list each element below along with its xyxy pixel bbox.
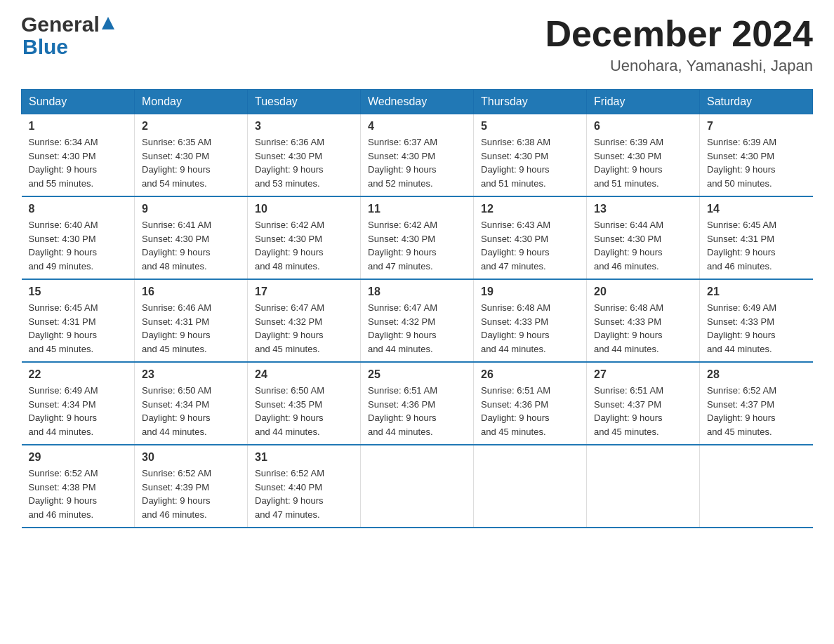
day-info: Sunrise: 6:51 AM Sunset: 4:36 PM Dayligh…	[368, 384, 466, 438]
day-info: Sunrise: 6:42 AM Sunset: 4:30 PM Dayligh…	[368, 218, 466, 273]
day-info: Sunrise: 6:39 AM Sunset: 4:30 PM Dayligh…	[707, 135, 806, 190]
location-subtitle: Uenohara, Yamanashi, Japan	[545, 57, 813, 75]
calendar-week-row: 29 Sunrise: 6:52 AM Sunset: 4:38 PM Dayl…	[22, 445, 813, 528]
day-number: 18	[368, 286, 466, 298]
calendar-cell: 12 Sunrise: 6:43 AM Sunset: 4:30 PM Dayl…	[474, 196, 587, 279]
day-info: Sunrise: 6:52 AM Sunset: 4:38 PM Dayligh…	[29, 467, 128, 521]
title-block: December 2024 Uenohara, Yamanashi, Japan	[545, 14, 813, 75]
calendar-cell: 3 Sunrise: 6:36 AM Sunset: 4:30 PM Dayli…	[248, 114, 361, 197]
day-number: 21	[707, 286, 806, 298]
day-number: 9	[142, 203, 240, 215]
day-info: Sunrise: 6:52 AM Sunset: 4:37 PM Dayligh…	[707, 384, 806, 438]
day-info: Sunrise: 6:41 AM Sunset: 4:30 PM Dayligh…	[142, 218, 240, 273]
day-info: Sunrise: 6:37 AM Sunset: 4:30 PM Dayligh…	[368, 135, 466, 190]
day-info: Sunrise: 6:42 AM Sunset: 4:30 PM Dayligh…	[255, 218, 353, 273]
calendar-cell	[474, 445, 587, 528]
day-number: 4	[368, 120, 466, 133]
calendar-cell: 5 Sunrise: 6:38 AM Sunset: 4:30 PM Dayli…	[474, 114, 587, 197]
day-number: 29	[29, 451, 128, 464]
calendar-cell: 9 Sunrise: 6:41 AM Sunset: 4:30 PM Dayli…	[135, 196, 248, 279]
calendar-week-row: 22 Sunrise: 6:49 AM Sunset: 4:34 PM Dayl…	[22, 362, 813, 445]
calendar-week-row: 1 Sunrise: 6:34 AM Sunset: 4:30 PM Dayli…	[22, 114, 813, 197]
header-monday: Monday	[135, 90, 248, 114]
calendar-cell: 2 Sunrise: 6:35 AM Sunset: 4:30 PM Dayli…	[135, 114, 248, 197]
day-info: Sunrise: 6:35 AM Sunset: 4:30 PM Dayligh…	[142, 135, 240, 190]
calendar-cell: 21 Sunrise: 6:49 AM Sunset: 4:33 PM Dayl…	[700, 279, 813, 362]
day-number: 1	[29, 120, 128, 133]
header-tuesday: Tuesday	[248, 90, 361, 114]
calendar-cell	[587, 445, 700, 528]
day-number: 3	[255, 120, 353, 133]
calendar-cell: 19 Sunrise: 6:48 AM Sunset: 4:33 PM Dayl…	[474, 279, 587, 362]
day-number: 26	[481, 368, 579, 381]
day-number: 16	[142, 286, 240, 298]
day-info: Sunrise: 6:46 AM Sunset: 4:31 PM Dayligh…	[142, 301, 240, 356]
calendar-cell: 4 Sunrise: 6:37 AM Sunset: 4:30 PM Dayli…	[361, 114, 474, 197]
calendar-cell	[361, 445, 474, 528]
day-number: 27	[594, 368, 692, 381]
day-info: Sunrise: 6:47 AM Sunset: 4:32 PM Dayligh…	[368, 301, 466, 356]
day-info: Sunrise: 6:34 AM Sunset: 4:30 PM Dayligh…	[29, 135, 128, 190]
calendar-cell: 11 Sunrise: 6:42 AM Sunset: 4:30 PM Dayl…	[361, 196, 474, 279]
day-number: 5	[481, 120, 579, 133]
logo-arrow-icon	[102, 17, 114, 32]
day-number: 10	[255, 203, 353, 215]
day-number: 8	[29, 203, 128, 215]
calendar-cell: 28 Sunrise: 6:52 AM Sunset: 4:37 PM Dayl…	[700, 362, 813, 445]
calendar-cell: 8 Sunrise: 6:40 AM Sunset: 4:30 PM Dayli…	[22, 196, 135, 279]
calendar-cell	[700, 445, 813, 528]
day-info: Sunrise: 6:48 AM Sunset: 4:33 PM Dayligh…	[481, 301, 579, 356]
day-info: Sunrise: 6:50 AM Sunset: 4:34 PM Dayligh…	[142, 384, 240, 438]
day-info: Sunrise: 6:45 AM Sunset: 4:31 PM Dayligh…	[707, 218, 806, 273]
calendar-cell: 7 Sunrise: 6:39 AM Sunset: 4:30 PM Dayli…	[700, 114, 813, 197]
day-number: 15	[29, 286, 128, 298]
calendar-cell: 6 Sunrise: 6:39 AM Sunset: 4:30 PM Dayli…	[587, 114, 700, 197]
calendar-cell: 23 Sunrise: 6:50 AM Sunset: 4:34 PM Dayl…	[135, 362, 248, 445]
day-number: 14	[707, 203, 806, 215]
calendar-cell: 1 Sunrise: 6:34 AM Sunset: 4:30 PM Dayli…	[22, 114, 135, 197]
day-number: 7	[707, 120, 806, 133]
calendar-header-row: SundayMondayTuesdayWednesdayThursdayFrid…	[22, 90, 813, 114]
page-title: December 2024	[545, 14, 813, 54]
day-info: Sunrise: 6:51 AM Sunset: 4:37 PM Dayligh…	[594, 384, 692, 438]
day-info: Sunrise: 6:45 AM Sunset: 4:31 PM Dayligh…	[29, 301, 128, 356]
day-info: Sunrise: 6:47 AM Sunset: 4:32 PM Dayligh…	[255, 301, 353, 356]
day-info: Sunrise: 6:49 AM Sunset: 4:33 PM Dayligh…	[707, 301, 806, 356]
day-number: 11	[368, 203, 466, 215]
calendar-cell: 16 Sunrise: 6:46 AM Sunset: 4:31 PM Dayl…	[135, 279, 248, 362]
day-number: 13	[594, 203, 692, 215]
calendar-cell: 29 Sunrise: 6:52 AM Sunset: 4:38 PM Dayl…	[22, 445, 135, 528]
day-info: Sunrise: 6:52 AM Sunset: 4:40 PM Dayligh…	[255, 467, 353, 521]
day-info: Sunrise: 6:48 AM Sunset: 4:33 PM Dayligh…	[594, 301, 692, 356]
calendar-table: SundayMondayTuesdayWednesdayThursdayFrid…	[21, 89, 813, 528]
calendar-cell: 18 Sunrise: 6:47 AM Sunset: 4:32 PM Dayl…	[361, 279, 474, 362]
logo: General Blue	[21, 14, 114, 59]
calendar-cell: 20 Sunrise: 6:48 AM Sunset: 4:33 PM Dayl…	[587, 279, 700, 362]
day-number: 20	[594, 286, 692, 298]
calendar-week-row: 15 Sunrise: 6:45 AM Sunset: 4:31 PM Dayl…	[22, 279, 813, 362]
day-number: 12	[481, 203, 579, 215]
header-thursday: Thursday	[474, 90, 587, 114]
calendar-cell: 25 Sunrise: 6:51 AM Sunset: 4:36 PM Dayl…	[361, 362, 474, 445]
day-number: 17	[255, 286, 353, 298]
calendar-cell: 17 Sunrise: 6:47 AM Sunset: 4:32 PM Dayl…	[248, 279, 361, 362]
day-number: 31	[255, 451, 353, 464]
day-number: 23	[142, 368, 240, 381]
page-header: General Blue December 2024 Uenohara, Yam…	[21, 14, 813, 75]
day-number: 24	[255, 368, 353, 381]
calendar-cell: 26 Sunrise: 6:51 AM Sunset: 4:36 PM Dayl…	[474, 362, 587, 445]
header-sunday: Sunday	[22, 90, 135, 114]
day-number: 28	[707, 368, 806, 381]
calendar-cell: 22 Sunrise: 6:49 AM Sunset: 4:34 PM Dayl…	[22, 362, 135, 445]
day-info: Sunrise: 6:50 AM Sunset: 4:35 PM Dayligh…	[255, 384, 353, 438]
day-info: Sunrise: 6:51 AM Sunset: 4:36 PM Dayligh…	[481, 384, 579, 438]
header-wednesday: Wednesday	[361, 90, 474, 114]
calendar-cell: 30 Sunrise: 6:52 AM Sunset: 4:39 PM Dayl…	[135, 445, 248, 528]
day-info: Sunrise: 6:36 AM Sunset: 4:30 PM Dayligh…	[255, 135, 353, 190]
calendar-cell: 31 Sunrise: 6:52 AM Sunset: 4:40 PM Dayl…	[248, 445, 361, 528]
calendar-cell: 14 Sunrise: 6:45 AM Sunset: 4:31 PM Dayl…	[700, 196, 813, 279]
day-info: Sunrise: 6:40 AM Sunset: 4:30 PM Dayligh…	[29, 218, 128, 273]
calendar-cell: 13 Sunrise: 6:44 AM Sunset: 4:30 PM Dayl…	[587, 196, 700, 279]
day-info: Sunrise: 6:44 AM Sunset: 4:30 PM Dayligh…	[594, 218, 692, 273]
calendar-cell: 27 Sunrise: 6:51 AM Sunset: 4:37 PM Dayl…	[587, 362, 700, 445]
